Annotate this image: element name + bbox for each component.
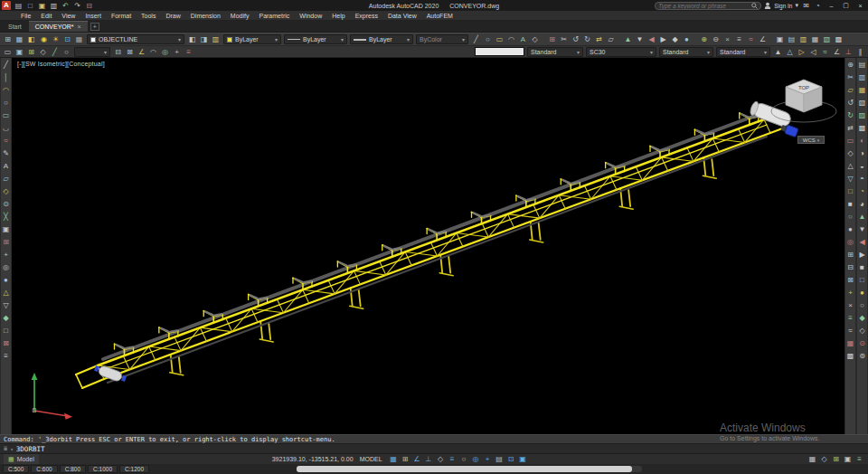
right-rail1-icon-23[interactable]: ▩ [845, 352, 855, 360]
row2-c-icon-7[interactable]: ∥ [855, 47, 865, 57]
model-tab[interactable]: ▦ Model [4, 454, 39, 464]
layer-caret-icon[interactable]: ▾ [178, 36, 181, 43]
toolbar-text-input[interactable] [475, 47, 524, 56]
linetype-dropdown[interactable]: ByLayer ▾ [284, 34, 347, 44]
layout-tab-c1000[interactable]: C:1000 [88, 465, 118, 473]
autocad-logo-icon[interactable]: A [2, 1, 11, 10]
view-cube[interactable]: TOP [765, 69, 843, 141]
menu-item-file[interactable]: File [16, 11, 35, 21]
plotstyle-caret-icon[interactable]: ▾ [462, 36, 465, 43]
status-icons-icon-10[interactable]: ⊡ [506, 454, 516, 464]
right-rail1-icon-8[interactable]: △ [845, 162, 855, 170]
layout-tab-c1200[interactable]: C:1200 [119, 465, 149, 473]
row1-c-icon-0[interactable]: ╱ [471, 34, 481, 44]
menu-item-express[interactable]: Express [351, 11, 382, 21]
row2-c-icon-3[interactable]: ◁ [808, 47, 818, 57]
left-rail-icon-5[interactable]: ◡ [1, 124, 11, 132]
row1-c-icon-5[interactable]: ◇ [530, 34, 540, 44]
right-rail2-icon-5[interactable]: ▩ [857, 124, 867, 132]
scrollbar-thumb[interactable] [297, 466, 632, 472]
left-rail-icon-12[interactable]: ╳ [1, 213, 11, 221]
row2-c-icon-0[interactable]: ▲ [773, 47, 783, 57]
row1-c-icon-7[interactable]: ✂ [559, 34, 569, 44]
menu-item-modify[interactable]: Modify [226, 11, 254, 21]
row2-b-icon-0[interactable]: ⊟ [113, 47, 123, 57]
status-right-icon-4[interactable]: ≡ [854, 454, 864, 464]
right-rail1-icon-19[interactable]: × [845, 301, 855, 309]
row2-b-icon-4[interactable]: ◎ [160, 47, 170, 57]
left-rail-icon-22[interactable]: ⊠ [1, 339, 11, 347]
status-icons-icon-7[interactable]: ◎ [471, 454, 481, 464]
row1-b-icon-2[interactable]: ▥ [211, 34, 221, 44]
right-rail1-icon-6[interactable]: ▭ [845, 137, 855, 145]
row1-c-icon-25[interactable]: ▤ [787, 34, 797, 44]
left-rail-icon-23[interactable]: ≡ [1, 352, 11, 360]
right-rail2-icon-22[interactable]: ⊙ [857, 339, 867, 347]
right-rail1-icon-10[interactable]: □ [845, 187, 855, 195]
left-rail-icon-6[interactable]: ≈ [1, 137, 11, 145]
right-rail2-icon-9[interactable]: ◓ [857, 175, 867, 183]
row2-a-icon-3[interactable]: ◇ [38, 47, 48, 57]
status-icons-icon-1[interactable]: ⊞ [401, 454, 410, 464]
status-icons-icon-3[interactable]: ⊥ [424, 454, 434, 464]
row2-b-icon-5[interactable]: + [172, 47, 182, 57]
row1-c-icon-10[interactable]: ⇄ [594, 34, 604, 44]
right-rail1-icon-7[interactable]: ◇ [845, 149, 855, 157]
row1-c-icon-16[interactable]: ◆ [670, 34, 680, 44]
row2-a-icon-4[interactable]: ╱ [50, 47, 60, 57]
row1-c-icon-28[interactable]: ▧ [822, 34, 832, 44]
right-rail1-icon-1[interactable]: ✂ [845, 73, 855, 81]
layout-tab-c800[interactable]: C:800 [60, 465, 86, 473]
row1-a-icon-0[interactable]: ⊞ [3, 34, 13, 44]
right-rail2-icon-23[interactable]: ⊚ [857, 352, 867, 360]
row1-c-icon-1[interactable]: ○ [483, 34, 493, 44]
command-line[interactable]: ≣ ▾ 3DORBIT [0, 443, 868, 453]
status-right-icon-0[interactable]: ▦ [807, 454, 817, 464]
row1-c-icon-9[interactable]: ↻ [582, 34, 592, 44]
row1-c-icon-6[interactable]: ⊞ [547, 34, 557, 44]
row2-b-icon-1[interactable]: ⊠ [125, 47, 135, 57]
menu-item-help[interactable]: Help [327, 11, 349, 21]
row1-c-icon-15[interactable]: ▶ [658, 34, 668, 44]
conveyor-3d-model[interactable] [12, 58, 844, 434]
tab-close-icon[interactable]: × [78, 24, 81, 30]
menu-item-autofem[interactable]: AutoFEM [422, 11, 458, 21]
menu-item-format[interactable]: Format [107, 11, 136, 21]
left-rail-icon-7[interactable]: ✎ [1, 149, 11, 157]
right-rail1-icon-21[interactable]: ≈ [845, 327, 855, 335]
dim-style-dropdown[interactable]: SC30▾ [586, 47, 656, 57]
right-rail1-icon-12[interactable]: ○ [845, 213, 855, 221]
commandline-caret-icon[interactable]: ▾ [10, 446, 14, 452]
layer-dropdown[interactable]: OBJECTLINE ▾ [87, 34, 184, 44]
row1-c-icon-2[interactable]: ▭ [495, 34, 505, 44]
right-rail2-icon-13[interactable]: ▼ [857, 225, 867, 233]
new-tab-button[interactable]: + [90, 23, 99, 31]
right-rail1-icon-20[interactable]: ≡ [845, 314, 855, 322]
right-rail1-icon-11[interactable]: ■ [845, 200, 855, 208]
row2-b-icon-3[interactable]: ◠ [148, 47, 158, 57]
layer-tools-icon-1[interactable]: ☀ [51, 34, 61, 44]
mleader-style-caret-icon[interactable]: ▾ [764, 49, 767, 55]
qat-icon-0[interactable]: ▤ [14, 1, 24, 11]
row1-a-icon-1[interactable]: ▦ [14, 34, 24, 44]
right-rail1-icon-15[interactable]: ⊞ [845, 251, 855, 259]
lineweight-caret-icon[interactable]: ▾ [407, 36, 410, 43]
plotstyle-dropdown[interactable]: ByColor ▾ [416, 34, 468, 44]
mleader-style-dropdown[interactable]: Standard▾ [716, 47, 770, 57]
commandline-customize-icon[interactable]: ≣ [4, 445, 7, 452]
menu-item-insert[interactable]: Insert [80, 11, 106, 21]
right-rail2-icon-4[interactable]: ▨ [857, 111, 867, 119]
horizontal-scrollbar[interactable] [297, 466, 642, 472]
left-rail-icon-2[interactable]: ◠ [1, 86, 11, 94]
row2-a-icon-5[interactable]: ○ [61, 47, 71, 57]
row2-c-icon-4[interactable]: ≈ [820, 47, 830, 57]
title-right-icon-0[interactable]: ✉ [801, 1, 811, 11]
row1-c-icon-4[interactable]: A [518, 34, 528, 44]
qat-icon-4[interactable]: ↶ [61, 1, 71, 11]
row1-c-icon-14[interactable]: ◀ [646, 34, 656, 44]
left-rail-icon-18[interactable]: △ [1, 289, 11, 297]
right-rail2-icon-12[interactable]: ▲ [857, 213, 867, 221]
layer-tools-icon-0[interactable]: ◉ [39, 34, 49, 44]
right-rail2-icon-7[interactable]: ◑ [857, 149, 867, 157]
menu-item-tools[interactable]: Tools [137, 11, 160, 21]
